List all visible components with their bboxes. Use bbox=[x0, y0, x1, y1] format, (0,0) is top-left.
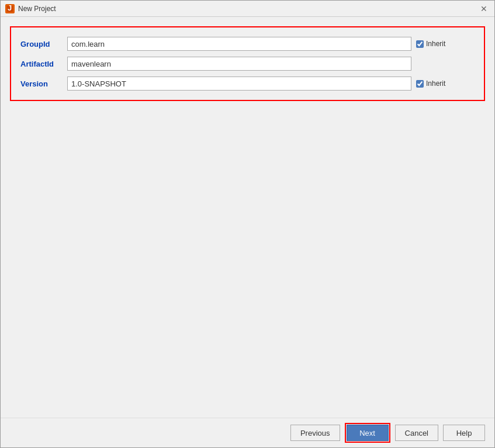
version-inherit-container: Inherit bbox=[416, 79, 475, 88]
dialog-content: GroupId Inherit ArtifactId Version bbox=[1, 17, 494, 418]
window-title: New Project bbox=[18, 5, 56, 13]
title-bar-left: J New Project bbox=[5, 4, 56, 13]
groupid-inherit-container: Inherit bbox=[416, 40, 475, 48]
next-button[interactable]: Next bbox=[347, 425, 389, 441]
groupid-input[interactable] bbox=[67, 37, 411, 51]
artifactid-input[interactable] bbox=[67, 57, 411, 71]
groupid-row: GroupId Inherit bbox=[20, 37, 475, 51]
version-row: Version Inherit bbox=[20, 77, 475, 91]
new-project-dialog: J New Project ✕ GroupId Inherit Artifact… bbox=[0, 0, 495, 448]
help-button[interactable]: Help bbox=[443, 425, 485, 441]
app-icon: J bbox=[5, 4, 15, 13]
svg-text:J: J bbox=[8, 5, 12, 12]
groupid-inherit-checkbox[interactable] bbox=[416, 40, 424, 48]
cancel-button[interactable]: Cancel bbox=[395, 425, 438, 441]
title-bar: J New Project ✕ bbox=[1, 1, 494, 17]
artifactid-row: ArtifactId bbox=[20, 57, 475, 71]
maven-form-section: GroupId Inherit ArtifactId Version bbox=[10, 26, 485, 101]
version-inherit-checkbox[interactable] bbox=[416, 80, 424, 88]
groupid-label: GroupId bbox=[20, 40, 67, 48]
groupid-inherit-label: Inherit bbox=[426, 40, 445, 48]
close-button[interactable]: ✕ bbox=[478, 3, 490, 15]
version-label: Version bbox=[20, 79, 67, 88]
artifactid-label: ArtifactId bbox=[20, 60, 67, 68]
version-input[interactable] bbox=[67, 77, 411, 91]
next-button-wrapper: Next bbox=[345, 423, 390, 443]
button-bar: Previous Next Cancel Help bbox=[1, 418, 494, 447]
version-inherit-label: Inherit bbox=[426, 79, 445, 88]
empty-area bbox=[10, 108, 485, 408]
previous-button[interactable]: Previous bbox=[290, 425, 340, 441]
